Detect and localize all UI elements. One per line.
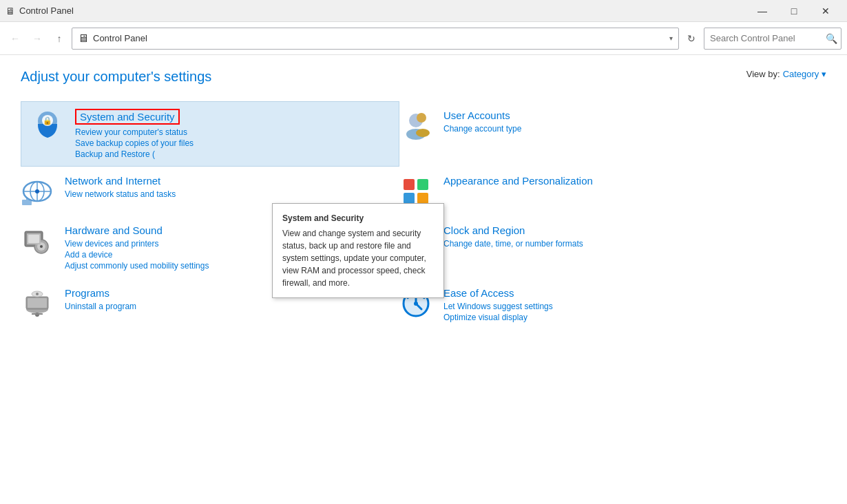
category-system-security[interactable]: 🔒 System and Security Review your comput… <box>21 101 399 167</box>
view-by: View by: Category ▾ <box>746 69 826 79</box>
user-accounts-title[interactable]: User Accounts <box>443 109 510 121</box>
programs-title[interactable]: Programs <box>65 287 109 299</box>
tooltip: System and Security View and change syst… <box>272 203 444 298</box>
category-icon-hardware <box>21 224 54 258</box>
svg-rect-15 <box>417 179 428 190</box>
maximize-button[interactable]: □ <box>778 0 810 22</box>
category-content-network: Network and Internet View network status… <box>65 175 388 199</box>
svg-rect-12 <box>22 200 32 205</box>
address-chevron-icon: ▾ <box>669 34 673 42</box>
category-content-user-accounts: User Accounts Change account type <box>443 109 767 134</box>
ease-link-2[interactable]: Optimize visual display <box>443 313 684 322</box>
category-appearance[interactable]: Appearance and Personalization <box>399 167 778 216</box>
forward-button[interactable]: → <box>28 29 47 48</box>
category-user-accounts[interactable]: User Accounts Change account type <box>399 101 778 167</box>
svg-point-21 <box>40 245 43 248</box>
appearance-icon <box>401 176 431 207</box>
svg-rect-23 <box>28 235 39 243</box>
system-security-title[interactable]: System and Security <box>75 109 180 125</box>
appearance-title[interactable]: Appearance and Personalization <box>443 175 593 187</box>
network-link-1[interactable]: View network status and tasks <box>65 189 306 199</box>
address-field[interactable]: 🖥 Control Panel ▾ <box>72 28 679 50</box>
category-content-system-security: System and Security Review your computer… <box>75 109 389 159</box>
view-by-dropdown[interactable]: Category ▾ <box>783 69 826 79</box>
svg-text:🔒: 🔒 <box>43 116 52 125</box>
title-bar-left: 🖥 Control Panel <box>6 6 74 17</box>
ease-links: Let Windows suggest settings Optimize vi… <box>443 302 767 322</box>
user-accounts-icon <box>399 111 432 141</box>
network-title[interactable]: Network and Internet <box>65 175 160 187</box>
system-security-link-1[interactable]: Review your computer's status <box>75 127 316 137</box>
category-icon-programs <box>21 287 54 320</box>
minimize-button[interactable]: — <box>746 0 778 22</box>
category-ease[interactable]: Ease of Access Let Windows suggest setti… <box>399 279 778 330</box>
search-icon: 🔍 <box>826 33 837 44</box>
category-icon-system-security: 🔒 <box>31 109 64 142</box>
svg-rect-17 <box>417 193 428 204</box>
tooltip-title: System and Security <box>282 212 434 224</box>
title-bar-controls: — □ ✕ <box>746 0 841 22</box>
refresh-button[interactable]: ↻ <box>682 29 701 48</box>
programs-links: Uninstall a program <box>65 302 388 311</box>
system-security-links: Review your computer's status Save backu… <box>75 127 389 159</box>
svg-point-36 <box>36 293 39 295</box>
address-text: Control Panel <box>93 33 665 43</box>
programs-link-1[interactable]: Uninstall a program <box>65 302 306 311</box>
hardware-link-2[interactable]: Add a device <box>65 250 306 260</box>
back-button[interactable]: ← <box>6 29 25 48</box>
up-button[interactable]: ↑ <box>50 29 69 48</box>
address-bar: ← → ↑ 🖥 Control Panel ▾ ↻ 🔍 <box>0 22 847 55</box>
clock-links: Change date, time, or number formats <box>443 239 767 249</box>
page-title: Adjust your computer's settings <box>21 69 826 85</box>
system-security-link-2[interactable]: Save backup copies of your files <box>75 138 316 148</box>
view-by-label: View by: <box>746 69 780 79</box>
ease-title[interactable]: Ease of Access <box>443 287 514 299</box>
clock-link-1[interactable]: Change date, time, or number formats <box>443 239 684 249</box>
hardware-link-1[interactable]: View devices and printers <box>65 239 306 249</box>
network-links: View network status and tasks <box>65 189 388 199</box>
main-content: Adjust your computer's settings View by:… <box>0 55 847 344</box>
user-accounts-link-1[interactable]: Change account type <box>443 124 684 134</box>
category-content-ease: Ease of Access Let Windows suggest setti… <box>443 287 767 322</box>
category-clock[interactable]: ●●●● Clock and Region Change date, time,… <box>399 216 778 279</box>
title-bar-icon: 🖥 <box>6 6 15 17</box>
svg-rect-32 <box>28 298 47 308</box>
svg-rect-16 <box>404 193 415 204</box>
ease-link-1[interactable]: Let Windows suggest settings <box>443 302 684 311</box>
svg-point-39 <box>414 302 418 306</box>
clock-title[interactable]: Clock and Region <box>443 224 525 236</box>
search-input[interactable] <box>710 33 826 43</box>
svg-point-6 <box>416 129 430 137</box>
svg-point-4 <box>417 113 426 123</box>
category-icon-network <box>21 175 54 208</box>
shield-security-icon: 🔒 <box>32 110 63 140</box>
tooltip-body: View and change system and security stat… <box>282 227 434 289</box>
close-button[interactable]: ✕ <box>810 0 841 22</box>
programs-icon <box>22 288 52 319</box>
user-accounts-links: Change account type <box>443 124 767 134</box>
category-content-appearance: Appearance and Personalization <box>443 175 767 189</box>
address-field-icon: 🖥 <box>78 32 89 45</box>
title-bar-title: Control Panel <box>19 6 74 16</box>
svg-rect-34 <box>32 313 43 315</box>
search-box[interactable]: 🔍 <box>704 28 841 50</box>
system-security-link-3[interactable]: Backup and Restore ( <box>75 149 316 159</box>
network-icon <box>21 176 54 207</box>
category-icon-user-accounts <box>399 109 432 143</box>
svg-rect-14 <box>404 179 415 190</box>
svg-point-11 <box>35 189 39 193</box>
title-bar: 🖥 Control Panel — □ ✕ <box>0 0 847 22</box>
hardware-title[interactable]: Hardware and Sound <box>65 224 163 236</box>
category-content-clock: Clock and Region Change date, time, or n… <box>443 224 767 249</box>
hardware-icon <box>22 226 52 256</box>
hardware-link-3[interactable]: Adjust commonly used mobility settings <box>65 261 306 271</box>
